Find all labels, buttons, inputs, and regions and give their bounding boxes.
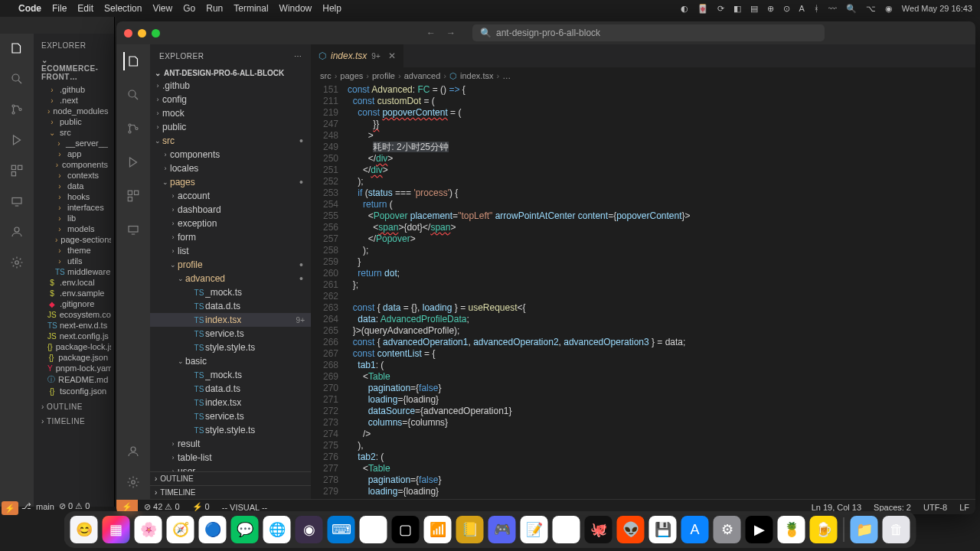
tree-row[interactable]: TSindex.tsx — [150, 396, 311, 409]
menu-view[interactable]: View — [152, 3, 172, 14]
status-icon[interactable]: ◧ — [733, 4, 741, 14]
gear-icon[interactable] — [8, 254, 25, 271]
tree-row[interactable]: ›user — [150, 465, 311, 471]
bg-tree-item[interactable]: {}package-lock.json — [37, 341, 111, 352]
dock-app[interactable]: 💾 — [649, 516, 677, 543]
git-icon[interactable] — [124, 119, 142, 138]
remote-icon[interactable] — [124, 220, 142, 239]
remote-badge[interactable]: ⚡ — [2, 501, 18, 515]
dock-app[interactable]: 💬 — [231, 516, 259, 543]
status-icon[interactable]: ⊙ — [783, 4, 790, 14]
git-icon[interactable] — [8, 101, 25, 118]
search-icon[interactable] — [8, 70, 25, 87]
dock-app[interactable]: ⚙ — [714, 516, 741, 543]
bg-tree-item[interactable]: ›theme — [37, 245, 111, 256]
menu-window[interactable]: Window — [279, 3, 312, 14]
bg-tree-item[interactable]: ›.next — [37, 95, 111, 106]
dock-app[interactable]: 🍺 — [810, 516, 838, 543]
bg-tree-item[interactable]: ›data — [37, 181, 111, 191]
bg-tree-item[interactable]: JSnext.config.js — [37, 331, 111, 341]
bg-tree-item[interactable]: {}tsconfig.json — [37, 386, 111, 396]
close-icon[interactable]: ✕ — [388, 51, 396, 61]
tab-bar[interactable]: ⬡ index.tsx 9+ ✕ — [311, 44, 975, 67]
files-icon[interactable] — [123, 52, 142, 70]
dock-app[interactable]: ✉ — [553, 516, 580, 543]
remote-icon[interactable] — [8, 193, 25, 210]
app-name[interactable]: Code — [18, 3, 41, 14]
dock-app[interactable]: 🌸 — [135, 516, 162, 543]
dock-app[interactable]: A — [681, 516, 709, 543]
outline-section[interactable]: ›OUTLINE — [150, 471, 311, 485]
menu-selection[interactable]: Selection — [104, 3, 142, 14]
search-icon[interactable] — [124, 86, 142, 104]
command-center[interactable]: 🔍 ant-design-pro-6-all-block — [472, 24, 825, 41]
siri-icon[interactable]: ◉ — [885, 4, 893, 14]
bg-tree-item[interactable]: {}package.json — [37, 352, 111, 363]
tree-row[interactable]: TSdata.d.ts — [150, 299, 311, 313]
status-icon[interactable]: A — [799, 4, 805, 13]
file-tree[interactable]: ›.github›config›mock›public⌄src•›compone… — [150, 79, 311, 471]
bg-tree-item[interactable]: ⌄src — [37, 127, 111, 138]
tree-row[interactable]: TSindex.tsx9+ — [150, 313, 311, 327]
account-icon[interactable] — [124, 442, 142, 461]
zoom-icon[interactable] — [152, 29, 160, 37]
control-center-icon[interactable]: ⌥ — [866, 4, 876, 14]
dock-app[interactable]: 📒 — [456, 516, 484, 543]
titlebar[interactable]: ← → 🔍 ant-design-pro-6-all-block — [116, 21, 975, 44]
dock-app[interactable]: 📁 — [851, 516, 878, 543]
dock-app[interactable]: ⌨ — [328, 516, 355, 543]
gear-icon[interactable] — [124, 473, 142, 491]
dock-app[interactable]: ▦ — [103, 516, 130, 543]
bg-tree-item[interactable]: ›models — [37, 223, 111, 234]
extensions-icon[interactable] — [124, 187, 142, 205]
cursor-pos[interactable]: Ln 19, Col 13 — [805, 503, 867, 512]
tree-row[interactable]: TS_mock.ts — [150, 368, 311, 382]
bg-tree-item[interactable]: ›.github — [37, 84, 111, 95]
bg-tree-item[interactable]: ›__server__ — [37, 138, 111, 148]
nav-fwd-icon[interactable]: → — [446, 28, 456, 38]
close-icon[interactable] — [124, 29, 132, 37]
wifi-icon[interactable]: 〰 — [828, 4, 837, 13]
status-icon[interactable]: ▤ — [750, 4, 758, 14]
indent[interactable]: Spaces: 2 — [867, 503, 917, 512]
tree-row[interactable]: ›dashboard — [150, 203, 311, 217]
bg-tree-item[interactable]: ›contexts — [37, 170, 111, 181]
dock-app[interactable]: 29 — [360, 516, 387, 543]
traffic-lights[interactable] — [124, 29, 160, 37]
dock-app[interactable]: ▶ — [746, 516, 773, 543]
bg-tree-item[interactable]: ◆.gitignore — [37, 298, 111, 309]
dock-app[interactable]: 📶 — [424, 516, 452, 543]
dock-app[interactable]: ▢ — [392, 516, 420, 543]
extensions-icon[interactable] — [8, 162, 25, 179]
menu-run[interactable]: Run — [206, 3, 223, 14]
bg-tree-item[interactable]: TSnext-env.d.ts — [37, 320, 111, 331]
clock[interactable]: Wed May 29 16:43 — [902, 4, 972, 13]
bg-tree-item[interactable]: ›utils — [37, 256, 111, 266]
tree-row[interactable]: ⌄basic — [150, 354, 311, 368]
project-root[interactable]: ⌄ ECOMMERCE-FRONT… — [37, 53, 111, 84]
menu-edit[interactable]: Edit — [77, 3, 93, 14]
account-icon[interactable] — [8, 223, 25, 240]
tree-row[interactable]: TSstyle.style.ts — [150, 423, 311, 437]
dock[interactable]: 😊▦🌸🧭🔵💬🌐◉⌨29▢📶📒🎮📝✉🐙👽💾A⚙▶🍍🍺📁🗑 — [64, 511, 916, 548]
tree-row[interactable]: TS_mock.ts — [150, 285, 311, 299]
dock-app[interactable]: 🌐 — [263, 516, 291, 543]
tree-row[interactable]: ⌄pages• — [150, 175, 311, 189]
tree-row[interactable]: TSdata.d.ts — [150, 382, 311, 396]
timeline-section[interactable]: › TIMELINE — [37, 414, 111, 429]
dock-app[interactable]: ◉ — [296, 516, 323, 543]
eol[interactable]: LF — [953, 503, 975, 512]
bg-tree-item[interactable]: TSmiddleware.ts — [37, 266, 111, 277]
nav-back-icon[interactable]: ← — [426, 28, 436, 38]
bg-tree-item[interactable]: ›hooks — [37, 191, 111, 202]
tree-row[interactable]: ›list — [150, 244, 311, 258]
menu-file[interactable]: File — [52, 3, 67, 14]
bg-tree-item[interactable]: $.env.sample — [37, 288, 111, 298]
status-icon[interactable]: ⟳ — [717, 4, 724, 14]
timeline-section[interactable]: ›TIMELINE — [150, 485, 311, 499]
bg-tree-item[interactable]: Ypnpm-lock.yaml — [37, 363, 111, 373]
debug-icon[interactable] — [124, 153, 142, 171]
dock-app[interactable]: 🔵 — [199, 516, 227, 543]
tree-row[interactable]: ›public — [150, 120, 311, 134]
dock-app[interactable]: 📝 — [521, 516, 548, 543]
